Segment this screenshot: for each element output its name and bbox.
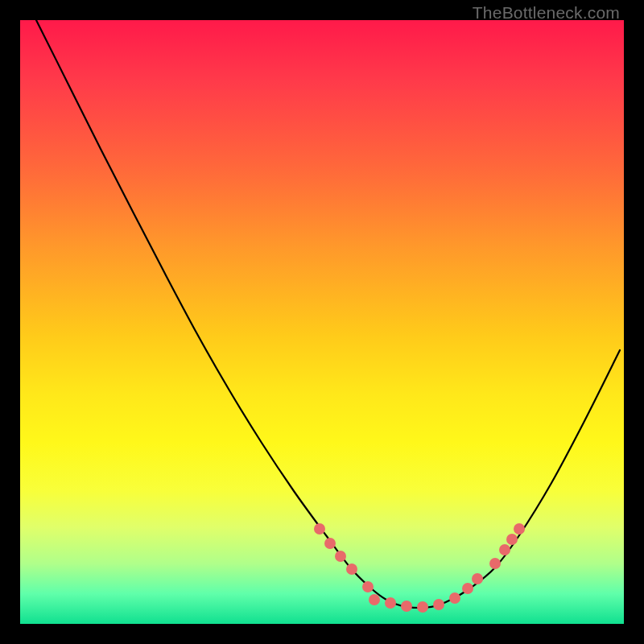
data-point <box>472 573 483 584</box>
data-point <box>462 583 473 594</box>
data-point <box>417 601 428 613</box>
data-point <box>324 538 336 549</box>
data-point <box>314 523 325 535</box>
data-point <box>362 581 374 592</box>
data-point <box>506 534 518 545</box>
data-point <box>449 592 460 604</box>
data-point-markers <box>314 523 525 613</box>
data-point <box>499 544 510 555</box>
bottleneck-curve <box>36 20 620 608</box>
data-point <box>489 558 501 569</box>
data-point <box>369 594 380 605</box>
data-point <box>335 551 346 562</box>
data-point <box>514 523 525 535</box>
data-point <box>433 599 444 610</box>
chart-overlay <box>20 20 624 624</box>
data-point <box>401 601 412 612</box>
data-point <box>385 597 396 609</box>
data-point <box>346 564 357 575</box>
